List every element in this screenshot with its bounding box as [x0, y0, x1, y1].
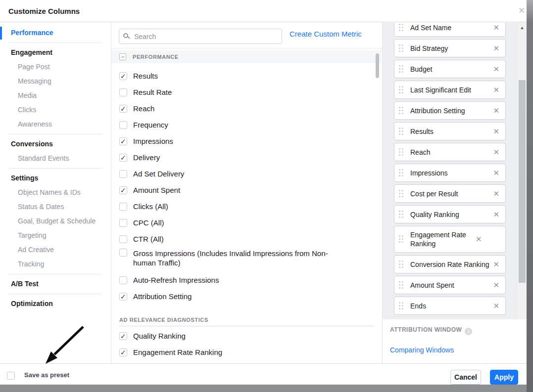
checkbox-results[interactable] — [119, 72, 127, 80]
remove-icon[interactable]: ✕ — [491, 106, 501, 115]
sidebar-item-standard-events[interactable]: Standard Events — [0, 151, 111, 166]
columns-scrollbar[interactable]: ▲ ▼ — [518, 22, 527, 328]
column-chip-impressions[interactable]: Impressions✕ — [394, 164, 506, 182]
column-chip-results[interactable]: Results✕ — [394, 122, 506, 140]
drag-handle-icon[interactable] — [398, 169, 404, 177]
remove-icon[interactable]: ✕ — [491, 127, 501, 136]
sidebar-item-media[interactable]: Media — [0, 88, 111, 103]
column-chip-quality-ranking[interactable]: Quality Ranking✕ — [394, 205, 506, 223]
drag-handle-icon[interactable] — [398, 235, 404, 243]
sidebar-item-clicks[interactable]: Clicks — [0, 103, 111, 117]
page-scrollbar[interactable] — [527, 0, 533, 392]
info-icon[interactable]: i — [465, 328, 472, 335]
sidebar-item-goal-budget-schedule[interactable]: Goal, Budget & Schedule — [0, 214, 111, 228]
column-chip-bid-strategy[interactable]: Bid Strategy✕ — [394, 39, 506, 57]
checkbox-reach[interactable] — [119, 105, 127, 113]
drag-handle-icon[interactable] — [398, 302, 404, 310]
metrics-scrollbar-thumb[interactable] — [376, 53, 379, 78]
metric-label: Auto-Refresh Impressions — [133, 275, 219, 285]
sidebar-item-targeting[interactable]: Targeting — [0, 228, 111, 243]
drag-handle-icon[interactable] — [398, 281, 404, 289]
checkbox-ad-set-delivery[interactable] — [119, 170, 127, 178]
checkbox-quality-ranking[interactable] — [119, 332, 127, 340]
checkbox-gross-impressions[interactable] — [119, 249, 127, 257]
drag-handle-icon[interactable] — [398, 190, 404, 198]
column-chip-engagement-rate-ranking[interactable]: Engagement Rate Ranking✕ — [394, 226, 506, 253]
sidebar-item-engagement[interactable]: Engagement — [0, 45, 111, 60]
remove-icon[interactable]: ✕ — [491, 260, 501, 269]
column-chip-cost-per-result[interactable]: Cost per Result✕ — [394, 184, 506, 203]
apply-button[interactable]: Apply — [490, 370, 518, 385]
remove-icon[interactable]: ✕ — [491, 86, 501, 94]
checkbox-cpc-all[interactable] — [119, 219, 127, 227]
remove-icon[interactable]: ✕ — [491, 189, 501, 198]
drag-handle-icon[interactable] — [398, 44, 404, 52]
metric-row: Impressions — [119, 133, 378, 149]
sidebar-item-ad-creative[interactable]: Ad Creative — [0, 243, 111, 257]
cancel-button[interactable]: Cancel — [450, 370, 481, 385]
sidebar-item-tracking[interactable]: Tracking — [0, 257, 111, 271]
checkbox-attribution-setting[interactable] — [119, 293, 127, 301]
sidebar-item-page-post[interactable]: Page Post — [0, 60, 111, 74]
checkbox-auto-refresh-impressions[interactable] — [119, 276, 127, 284]
checkbox-engagement-rate-ranking[interactable] — [119, 348, 127, 356]
column-chip-ad-set-name[interactable]: Ad Set Name✕ — [394, 23, 506, 37]
remove-icon[interactable]: ✕ — [491, 169, 501, 177]
drag-handle-icon[interactable] — [398, 24, 404, 32]
drag-handle-icon[interactable] — [398, 107, 404, 115]
close-icon[interactable]: ✕ — [517, 6, 527, 16]
save-as-preset-checkbox[interactable] — [7, 372, 15, 380]
remove-icon[interactable]: ✕ — [491, 148, 501, 157]
attribution-window-label: ATTRIBUTION WINDOW — [390, 326, 462, 333]
drag-handle-icon[interactable] — [398, 65, 404, 73]
column-chip-ends[interactable]: Ends✕ — [394, 297, 506, 315]
metric-label: Ad Set Delivery — [133, 169, 184, 178]
column-chip-conversion-rate-ranking[interactable]: Conversion Rate Ranking✕ — [394, 255, 506, 273]
sidebar-item-ab-test[interactable]: A/B Test — [0, 277, 111, 291]
search-input[interactable] — [119, 29, 282, 44]
remove-icon[interactable]: ✕ — [491, 302, 501, 310]
drag-handle-icon[interactable] — [398, 261, 404, 268]
checkbox-amount-spent[interactable] — [119, 186, 127, 194]
column-chip-reach[interactable]: Reach✕ — [394, 143, 506, 161]
remove-icon[interactable]: ✕ — [474, 235, 484, 244]
drag-handle-icon[interactable] — [398, 128, 404, 135]
checkbox-impressions[interactable] — [119, 137, 127, 145]
sidebar-item-optimization[interactable]: Optimization — [0, 297, 111, 311]
checkbox-delivery[interactable] — [119, 154, 127, 162]
remove-icon[interactable]: ✕ — [491, 44, 501, 53]
remove-icon[interactable]: ✕ — [491, 65, 501, 74]
column-chip-attribution-setting[interactable]: Attribution Setting✕ — [394, 101, 506, 120]
columns-scrollbar-thumb[interactable] — [519, 80, 526, 283]
sidebar-item-conversions[interactable]: Conversions — [0, 137, 111, 151]
metric-row: Engagement Rate Ranking — [119, 344, 378, 360]
metric-checkbox-list: Results Result Rate Reach Frequency Impr… — [119, 68, 378, 305]
comparing-windows-link[interactable]: Comparing Windows — [390, 346, 454, 354]
create-custom-metric-link[interactable]: Create Custom Metric — [290, 30, 362, 38]
column-chip-budget[interactable]: Budget✕ — [394, 60, 506, 78]
remove-icon[interactable]: ✕ — [491, 23, 501, 32]
dialog-title: Customize Columns — [8, 0, 80, 22]
sidebar-item-status-dates[interactable]: Status & Dates — [0, 200, 111, 214]
checkbox-frequency[interactable] — [119, 121, 127, 129]
divider — [8, 43, 102, 43]
scroll-up-icon[interactable]: ▲ — [518, 24, 527, 32]
collapse-icon[interactable]: − — [119, 53, 126, 60]
drag-handle-icon[interactable] — [398, 211, 404, 218]
section-title: PERFORMANCE — [133, 54, 179, 60]
sidebar-item-performance[interactable]: Performance — [0, 26, 111, 40]
sidebar-item-messaging[interactable]: Messaging — [0, 74, 111, 88]
remove-icon[interactable]: ✕ — [491, 210, 501, 219]
column-chip-last-significant-edit[interactable]: Last Significant Edit✕ — [394, 81, 506, 99]
checkbox-clicks-all[interactable] — [119, 203, 127, 211]
drag-handle-icon[interactable] — [398, 148, 404, 156]
sidebar-item-object-names-ids[interactable]: Object Names & IDs — [0, 185, 111, 200]
save-as-preset-label: Save as preset — [24, 371, 69, 379]
column-chip-amount-spent[interactable]: Amount Spent✕ — [394, 276, 506, 294]
sidebar-item-awareness[interactable]: Awareness — [0, 117, 111, 131]
drag-handle-icon[interactable] — [398, 86, 404, 94]
checkbox-result-rate[interactable] — [119, 88, 127, 96]
checkbox-ctr-all[interactable] — [119, 235, 127, 243]
sidebar-item-settings[interactable]: Settings — [0, 171, 111, 185]
remove-icon[interactable]: ✕ — [491, 281, 501, 290]
